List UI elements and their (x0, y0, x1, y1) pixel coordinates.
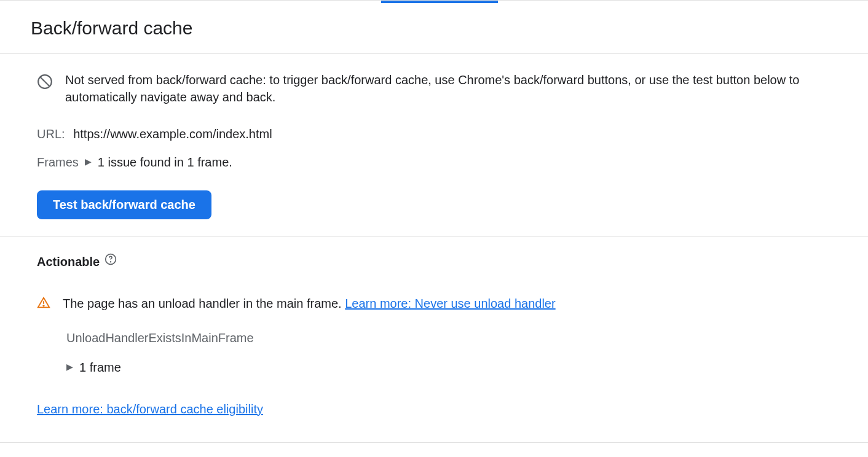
eligibility-link-row: Learn more: back/forward cache eligibili… (37, 400, 831, 418)
svg-line-1 (40, 77, 49, 86)
svg-point-3 (111, 262, 111, 262)
url-row: URL: https://www.example.com/index.html (37, 125, 831, 143)
warning-icon (37, 296, 50, 314)
not-allowed-icon (37, 74, 53, 95)
issue-code: UnloadHandlerExistsInMainFrame (66, 329, 831, 346)
learn-more-unload-link[interactable]: Learn more: Never use unload handler (345, 297, 555, 310)
notice-text: Not served from back/forward cache: to t… (65, 71, 831, 106)
actionable-title: Actionable (37, 253, 100, 270)
notice-row: Not served from back/forward cache: to t… (37, 71, 831, 106)
issue-text: The page has an unload handler in the ma… (63, 295, 556, 312)
active-tab-indicator (381, 1, 498, 3)
frames-summary: 1 issue found in 1 frame. (98, 154, 232, 171)
frame-count-text: 1 frame (79, 359, 121, 376)
page-title: Back/forward cache (31, 15, 837, 41)
issue-row: The page has an unload handler in the ma… (37, 295, 831, 314)
chevron-right-icon[interactable]: ▶ (66, 361, 73, 373)
test-bfcache-button[interactable]: Test back/forward cache (37, 190, 211, 219)
frames-row[interactable]: Frames ▶ 1 issue found in 1 frame. (37, 154, 831, 171)
svg-point-5 (43, 305, 44, 306)
url-value: https://www.example.com/index.html (73, 127, 272, 141)
url-label: URL: (37, 127, 65, 141)
actionable-section: Actionable The page has an unload handle… (0, 237, 868, 442)
help-icon[interactable] (105, 253, 117, 270)
header-section: Back/forward cache (0, 1, 868, 54)
chevron-right-icon[interactable]: ▶ (85, 156, 92, 168)
frames-label: Frames (37, 154, 79, 171)
actionable-header: Actionable (37, 253, 831, 270)
main-section: Not served from back/forward cache: to t… (0, 54, 868, 237)
issue-description: The page has an unload handler in the ma… (63, 297, 345, 310)
frame-count-row[interactable]: ▶ 1 frame (66, 359, 831, 376)
learn-more-eligibility-link[interactable]: Learn more: back/forward cache eligibili… (37, 402, 263, 416)
